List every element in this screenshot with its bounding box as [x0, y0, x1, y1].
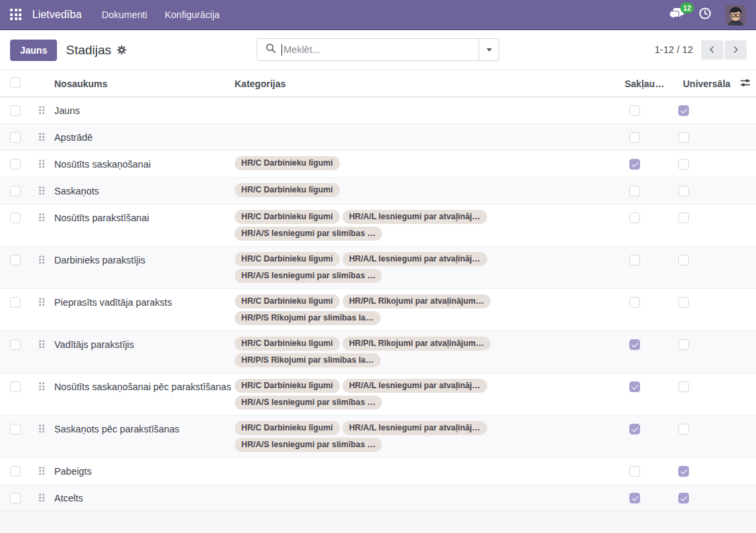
- new-button[interactable]: Jauns: [10, 40, 57, 61]
- category-tag: HR/P/L Rīkojumi par atvaļinājum…: [342, 294, 491, 308]
- stages-list-view: Nosaukums Kategorijas Sakļau… Universāla: [0, 70, 756, 533]
- pager-previous-button[interactable]: [701, 40, 723, 60]
- collapsed-checkbox[interactable]: [629, 186, 640, 196]
- drag-handle-icon[interactable]: [39, 186, 45, 195]
- category-tags: HR/C Darbinieku līgumiHR/P/L Rīkojumi pa…: [235, 294, 556, 325]
- column-header-nosaukums[interactable]: Nosaukums: [52, 78, 235, 89]
- table-row[interactable]: Nosūtīts saskaņošanai pēc parakstīšanas …: [0, 373, 756, 416]
- universal-checkbox[interactable]: [678, 132, 689, 143]
- collapsed-checkbox[interactable]: [629, 381, 640, 392]
- universal-checkbox[interactable]: [678, 159, 689, 170]
- search-placeholder: Meklēt...: [284, 44, 320, 55]
- top-navbar: Lietvedība Dokumenti Konfigurācija 12: [0, 0, 756, 30]
- messages-count-badge: 12: [680, 3, 694, 13]
- category-tag: HR/A/S Iesniegumi par slimības …: [235, 396, 382, 410]
- search-dropdown-toggle[interactable]: [479, 39, 499, 60]
- collapsed-checkbox[interactable]: [629, 493, 640, 504]
- table-row[interactable]: Saskaņots pēc parakstīšanas HR/C Darbini…: [0, 416, 756, 458]
- universal-checkbox[interactable]: [678, 105, 689, 116]
- table-row[interactable]: Saskaņots HR/C Darbinieku līgumi: [0, 178, 756, 204]
- collapsed-checkbox[interactable]: [629, 159, 640, 170]
- row-select-checkbox[interactable]: [10, 213, 21, 223]
- table-row[interactable]: Nosūtīts saskaņošanai HR/C Darbinieku lī…: [0, 151, 756, 178]
- search-input[interactable]: Meklēt...: [257, 39, 479, 60]
- category-tag: HR/A/S Iesniegumi par slimības …: [235, 438, 382, 452]
- drag-handle-icon[interactable]: [39, 255, 45, 264]
- menu-dokumenti[interactable]: Dokumenti: [95, 6, 154, 23]
- drag-handle-icon[interactable]: [39, 340, 45, 349]
- list-bottom-filler: [0, 512, 756, 533]
- category-tag: HR/C Darbinieku līgumi: [235, 337, 340, 351]
- collapsed-checkbox[interactable]: [629, 466, 640, 477]
- table-row[interactable]: Vadītājs parakstījis HR/C Darbinieku līg…: [0, 331, 756, 373]
- apps-menu-icon[interactable]: [10, 9, 22, 21]
- row-select-checkbox[interactable]: [10, 186, 21, 196]
- menu-konfiguracija[interactable]: Konfigurācija: [158, 6, 227, 23]
- column-header-kategorijas[interactable]: Kategorijas: [235, 78, 623, 89]
- column-header-saklauta[interactable]: Sakļau…: [623, 78, 670, 89]
- universal-checkbox[interactable]: [678, 213, 689, 223]
- universal-checkbox[interactable]: [678, 255, 689, 265]
- stage-name: Nosūtīts saskaņošanai pēc parakstīšanas: [52, 373, 235, 393]
- stage-name: Darbinieks parakstījis: [52, 247, 235, 266]
- row-select-checkbox[interactable]: [10, 339, 21, 350]
- row-select-checkbox[interactable]: [10, 466, 21, 477]
- row-select-checkbox[interactable]: [10, 424, 21, 434]
- universal-checkbox[interactable]: [678, 381, 689, 392]
- clock-icon: [698, 7, 712, 23]
- select-all-checkbox[interactable]: [10, 77, 21, 88]
- table-row[interactable]: Darbinieks parakstījis HR/C Darbinieku l…: [0, 247, 756, 289]
- drag-handle-icon[interactable]: [39, 213, 45, 222]
- collapsed-checkbox[interactable]: [629, 105, 640, 116]
- table-row[interactable]: Pabeigts: [0, 458, 756, 485]
- row-select-checkbox[interactable]: [10, 159, 21, 170]
- row-select-checkbox[interactable]: [10, 297, 21, 308]
- collapsed-checkbox[interactable]: [629, 213, 640, 223]
- row-select-checkbox[interactable]: [10, 255, 21, 265]
- row-select-checkbox[interactable]: [10, 105, 21, 116]
- collapsed-checkbox[interactable]: [629, 255, 640, 265]
- drag-handle-icon[interactable]: [39, 382, 45, 391]
- table-row[interactable]: Apstrādē: [0, 124, 756, 151]
- row-select-checkbox[interactable]: [10, 381, 21, 392]
- table-row[interactable]: Atcelts: [0, 485, 756, 512]
- universal-checkbox[interactable]: [678, 493, 689, 504]
- user-avatar[interactable]: [725, 5, 746, 25]
- gear-icon[interactable]: [117, 45, 127, 55]
- universal-checkbox[interactable]: [678, 424, 689, 434]
- drag-handle-icon[interactable]: [39, 106, 45, 115]
- pager: 1-12 / 12: [655, 38, 747, 61]
- table-row[interactable]: Pieprasīts vadītāja paraksts HR/C Darbin…: [0, 289, 756, 331]
- universal-checkbox[interactable]: [678, 297, 689, 308]
- column-header-universala[interactable]: Universāla: [670, 78, 727, 89]
- collapsed-checkbox[interactable]: [629, 339, 640, 350]
- category-tag: HR/A/L Iesniegumi par atvaļināj…: [342, 421, 487, 435]
- drag-handle-icon[interactable]: [39, 467, 45, 475]
- table-row[interactable]: Jauns: [0, 97, 756, 124]
- row-select-checkbox[interactable]: [10, 132, 21, 143]
- category-tag: HR/C Darbinieku līgumi: [235, 156, 340, 170]
- universal-checkbox[interactable]: [678, 339, 689, 350]
- pager-next-button[interactable]: [724, 40, 747, 60]
- category-tag: HR/P/S Rīkojumi par slimības la…: [235, 353, 381, 367]
- activities-button[interactable]: [698, 7, 712, 23]
- drag-handle-icon[interactable]: [39, 424, 45, 433]
- lietvediba-app-window: Lietvedība Dokumenti Konfigurācija 12: [0, 0, 756, 533]
- row-select-checkbox[interactable]: [10, 493, 21, 504]
- app-name-menu[interactable]: Lietvedība: [32, 9, 82, 21]
- optional-columns-button[interactable]: [727, 78, 751, 90]
- category-tag: HR/P/L Rīkojumi par atvaļinājum…: [342, 337, 491, 351]
- universal-checkbox[interactable]: [678, 466, 689, 477]
- drag-handle-icon[interactable]: [39, 133, 45, 141]
- universal-checkbox[interactable]: [678, 186, 689, 196]
- collapsed-checkbox[interactable]: [629, 424, 640, 434]
- messages-button[interactable]: 12: [669, 7, 685, 23]
- collapsed-checkbox[interactable]: [629, 132, 640, 143]
- drag-handle-icon[interactable]: [39, 493, 45, 502]
- collapsed-checkbox[interactable]: [629, 297, 640, 308]
- category-tag: HR/C Darbinieku līgumi: [235, 294, 340, 308]
- category-tags: HR/C Darbinieku līgumiHR/A/L Iesniegumi …: [235, 421, 556, 452]
- drag-handle-icon[interactable]: [39, 160, 45, 168]
- table-row[interactable]: Nosūtīts parakstīšanai HR/C Darbinieku l…: [0, 204, 756, 247]
- drag-handle-icon[interactable]: [39, 298, 45, 306]
